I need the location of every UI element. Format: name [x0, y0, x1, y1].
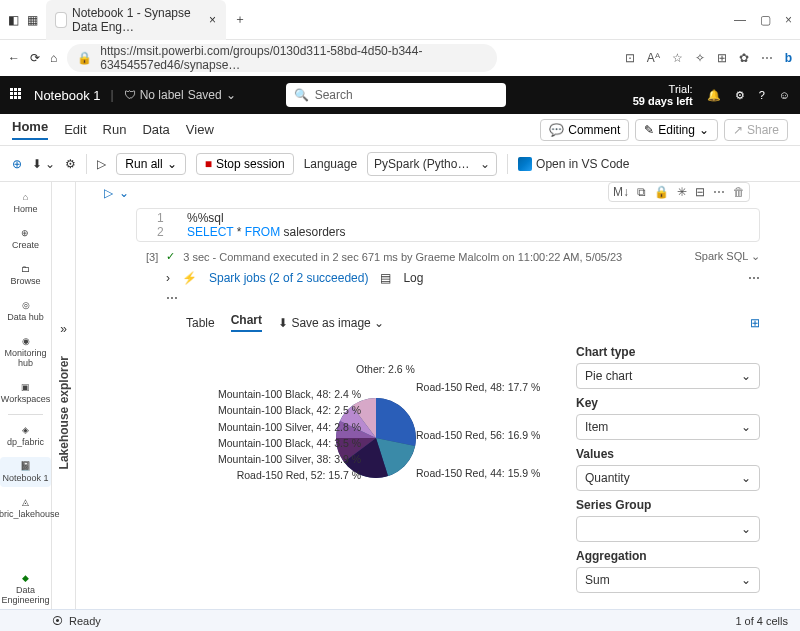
- back-icon[interactable]: ←: [8, 51, 20, 65]
- cell-count: 1 of 4 cells: [735, 615, 788, 627]
- reader-icon[interactable]: ⊡: [625, 51, 635, 65]
- extensions-icon[interactable]: ✿: [739, 51, 749, 65]
- menu-edit[interactable]: Edit: [64, 122, 86, 137]
- sensitivity-label[interactable]: 🛡 No labelSaved ⌄: [124, 88, 236, 102]
- tab-table[interactable]: Table: [186, 316, 215, 330]
- home-icon[interactable]: ⌂: [50, 51, 57, 65]
- star-icon[interactable]: ☆: [672, 51, 683, 65]
- add-cell-icon[interactable]: ⊕: [12, 157, 22, 171]
- delete-icon[interactable]: 🗑: [733, 185, 745, 199]
- log-link[interactable]: Log: [403, 271, 423, 285]
- pie-labels-right: Road-150 Red, 48: 17.7 % Road-150 Red, 5…: [416, 378, 576, 484]
- code-cell[interactable]: 1%%sql 2SELECT * FROM salesorders: [136, 208, 760, 242]
- open-vscode-button[interactable]: Open in VS Code: [518, 157, 629, 171]
- shield-icon: 🛡: [124, 88, 136, 102]
- run-all-button[interactable]: Run all ⌄: [116, 153, 185, 175]
- nav-monitoring[interactable]: ◉Monitoring hub: [0, 332, 51, 372]
- maximize-icon[interactable]: ▢: [760, 13, 771, 27]
- chart-agg-select[interactable]: Sum⌄: [576, 567, 760, 593]
- lakehouse-explorer-panel[interactable]: » Lakehouse explorer: [52, 182, 76, 609]
- notebook-title[interactable]: Notebook 1: [34, 88, 101, 103]
- cell-toolbar: M↓ ⧉ 🔒 ✳ ⊟ ⋯ 🗑: [608, 182, 750, 202]
- text-size-icon[interactable]: Aᴬ: [647, 51, 660, 65]
- url-text: https://msit.powerbi.com/groups/0130d311…: [100, 44, 487, 72]
- menu-view[interactable]: View: [186, 122, 214, 137]
- global-search[interactable]: 🔍 Search: [286, 83, 506, 107]
- collections-icon: ▦: [27, 13, 38, 27]
- minimize-icon[interactable]: —: [734, 13, 746, 27]
- language-label: Language: [304, 157, 357, 171]
- tab-chart[interactable]: Chart: [231, 313, 262, 332]
- spark-jobs-link[interactable]: Spark jobs (2 of 2 succeeded): [209, 271, 368, 285]
- gear-icon[interactable]: ⚙: [65, 157, 76, 171]
- markdown-toggle-icon[interactable]: M↓: [613, 185, 629, 199]
- expand-icon[interactable]: »: [60, 322, 67, 336]
- browser-tab[interactable]: Notebook 1 - Synapse Data Eng… ×: [46, 0, 226, 40]
- collapse-icon[interactable]: ⊟: [695, 185, 705, 199]
- language-select[interactable]: PySpark (Pytho…⌄: [367, 152, 497, 176]
- app-launcher-icon[interactable]: [10, 88, 24, 102]
- chevron-down-icon: ⌄: [226, 88, 236, 102]
- chevron-down-icon[interactable]: ⌄: [119, 186, 129, 200]
- lock-icon: 🔒: [77, 51, 92, 65]
- nav-home[interactable]: ⌂Home: [11, 188, 39, 218]
- menu-run[interactable]: Run: [103, 122, 127, 137]
- search-icon: 🔍: [294, 88, 309, 102]
- menu-data[interactable]: Data: [142, 122, 169, 137]
- download-icon[interactable]: ⬇ ⌄: [32, 157, 55, 171]
- lock-icon[interactable]: 🔒: [654, 185, 669, 199]
- more-icon[interactable]: ⋯: [713, 185, 725, 199]
- run-icon[interactable]: ▷: [97, 157, 106, 171]
- share-button[interactable]: ↗ Share: [724, 119, 788, 141]
- nav-browse[interactable]: 🗀Browse: [8, 260, 42, 290]
- cell-index: [3]: [146, 251, 158, 263]
- nav-dpfabric[interactable]: ◈dp_fabric: [5, 421, 46, 451]
- trial-status: Trial: 59 days left: [633, 83, 693, 107]
- tab-title: Notebook 1 - Synapse Data Eng…: [72, 6, 203, 34]
- expand-jobs-icon[interactable]: ›: [166, 271, 170, 285]
- chart-settings-icon[interactable]: ⊞: [750, 316, 760, 330]
- cell-status: 3 sec - Command executed in 2 sec 671 ms…: [183, 251, 622, 263]
- url-field[interactable]: 🔒 https://msit.powerbi.com/groups/0130d3…: [67, 44, 497, 72]
- close-icon[interactable]: ×: [209, 13, 216, 27]
- favorites-icon[interactable]: ✧: [695, 51, 705, 65]
- copy-icon[interactable]: ⧉: [637, 185, 646, 199]
- chart-key-select[interactable]: Item⌄: [576, 414, 760, 440]
- bing-icon[interactable]: b: [785, 51, 792, 65]
- nav-workspaces[interactable]: ▣Workspaces: [0, 378, 52, 408]
- run-cell-icon[interactable]: ▷: [104, 186, 113, 200]
- pie-label: Other: 2.6 %: [356, 363, 415, 375]
- nav-create[interactable]: ⊕Create: [10, 224, 41, 254]
- bell-icon[interactable]: 🔔: [707, 89, 721, 102]
- more-icon[interactable]: ⋯: [761, 51, 773, 65]
- new-tab-button[interactable]: ＋: [234, 11, 246, 28]
- help-icon[interactable]: ?: [759, 89, 765, 101]
- chart-values-select[interactable]: Quantity⌄: [576, 465, 760, 491]
- save-image-button[interactable]: ⬇ Save as image ⌄: [278, 316, 384, 330]
- editing-button[interactable]: ✎ Editing ⌄: [635, 119, 718, 141]
- nav-datahub[interactable]: ◎Data hub: [5, 296, 46, 326]
- close-window-icon[interactable]: ×: [785, 13, 792, 27]
- comment-button[interactable]: 💬 Comment: [540, 119, 629, 141]
- chart-type-select[interactable]: Pie chart⌄: [576, 363, 760, 389]
- collections-btn-icon[interactable]: ⊞: [717, 51, 727, 65]
- status-icon: ⦿: [52, 615, 63, 627]
- more-icon[interactable]: ⋯: [166, 291, 178, 305]
- nav-notebook[interactable]: 📓Notebook 1: [0, 457, 50, 487]
- app-header: Notebook 1 | 🛡 No labelSaved ⌄ 🔍 Search …: [0, 76, 800, 114]
- pie-labels-left: Mountain-100 Black, 48: 2.4 %Mountain-10…: [186, 386, 361, 484]
- notebook-toolbar: ⊕ ⬇ ⌄ ⚙ ▷ Run all ⌄ ■ Stop session Langu…: [0, 146, 800, 182]
- nav-data-engineering[interactable]: ◆Data Engineering: [0, 569, 52, 609]
- feedback-icon[interactable]: ☺: [779, 89, 790, 101]
- freeze-icon[interactable]: ✳: [677, 185, 687, 199]
- menu-home[interactable]: Home: [12, 119, 48, 140]
- stop-session-button[interactable]: ■ Stop session: [196, 153, 294, 175]
- address-bar: ← ⟳ ⌂ 🔒 https://msit.powerbi.com/groups/…: [0, 40, 800, 76]
- refresh-icon[interactable]: ⟳: [30, 51, 40, 65]
- gear-icon[interactable]: ⚙: [735, 89, 745, 102]
- cell-lang[interactable]: Spark SQL ⌄: [695, 250, 760, 263]
- more-icon[interactable]: ⋯: [748, 271, 760, 285]
- chart-series-select[interactable]: ⌄: [576, 516, 760, 542]
- check-icon: ✓: [166, 250, 175, 263]
- log-icon: ▤: [380, 271, 391, 285]
